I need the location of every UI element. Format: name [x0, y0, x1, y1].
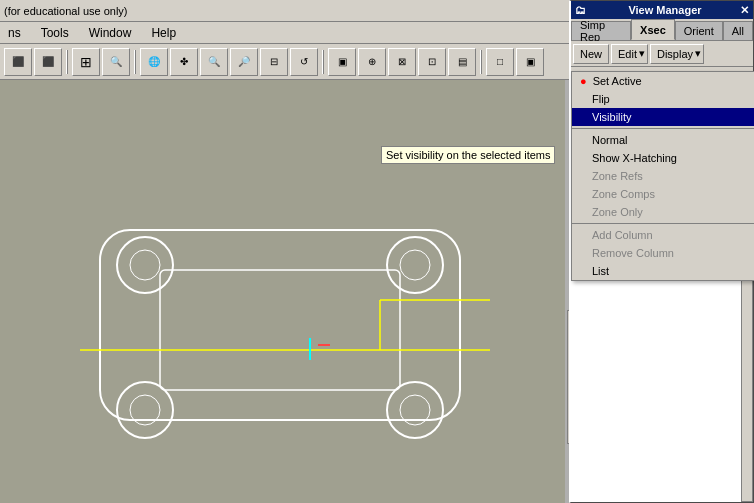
dropdown-item-zone-refs[interactable]: Zone Refs	[572, 167, 754, 185]
dropdown-menu: ● Set Active Flip Visibility Normal Show…	[571, 71, 754, 281]
toolbar-btn-6[interactable]: ✤	[170, 48, 198, 76]
toolbar-separator-4	[480, 50, 482, 74]
dropdown-separator-2	[572, 223, 754, 224]
tab-orient[interactable]: Orient	[675, 21, 723, 40]
edit-arrow: ▾	[639, 47, 645, 60]
display-arrow: ▾	[695, 47, 701, 60]
new-button[interactable]: New	[573, 44, 609, 64]
remove-column-label: Remove Column	[592, 247, 674, 259]
tab-xsec[interactable]: Xsec	[631, 19, 675, 40]
toolbar-btn-17[interactable]: ▣	[516, 48, 544, 76]
toolbar-btn-5[interactable]: 🌐	[140, 48, 168, 76]
add-column-label: Add Column	[592, 229, 653, 241]
tab-bar: Simp Rep Xsec Orient All	[571, 19, 753, 41]
view-manager-title-text: View Manager	[628, 4, 701, 16]
tab-all[interactable]: All	[723, 21, 753, 40]
toolbar-btn-3[interactable]: ⊞	[72, 48, 100, 76]
toolbar-separator-1	[66, 50, 68, 74]
edit-label: Edit	[618, 48, 637, 60]
dropdown-item-zone-comps[interactable]: Zone Comps	[572, 185, 754, 203]
dropdown-item-flip[interactable]: Flip	[572, 90, 754, 108]
display-button[interactable]: Display ▾	[650, 44, 704, 64]
toolbar-btn-12[interactable]: ⊕	[358, 48, 386, 76]
bullet-icon: ●	[580, 75, 587, 87]
toolbar-separator-3	[322, 50, 324, 74]
list-label: List	[592, 265, 609, 277]
app-title: (for educational use only)	[4, 5, 128, 17]
svg-rect-0	[0, 80, 565, 503]
dropdown-separator-1	[572, 128, 754, 129]
dropdown-item-show-xhatching[interactable]: Show X-Hatching	[572, 149, 754, 167]
dropdown-item-visibility[interactable]: Visibility	[572, 108, 754, 126]
toolbar-btn-11[interactable]: ▣	[328, 48, 356, 76]
zone-only-label: Zone Only	[592, 206, 643, 218]
menu-item-ns[interactable]: ns	[4, 24, 25, 42]
toolbar-btn-1[interactable]: ⬛	[4, 48, 32, 76]
cad-drawing	[0, 80, 565, 503]
visibility-label: Visibility	[592, 111, 632, 123]
show-xhatching-label: Show X-Hatching	[592, 152, 677, 164]
normal-label: Normal	[592, 134, 627, 146]
flip-label: Flip	[592, 93, 610, 105]
display-label: Display	[657, 48, 693, 60]
zone-comps-label: Zone Comps	[592, 188, 655, 200]
dropdown-item-remove-column[interactable]: Remove Column	[572, 244, 754, 262]
toolbar-separator-2	[134, 50, 136, 74]
toolbar-btn-8[interactable]: 🔎	[230, 48, 258, 76]
menu-item-window[interactable]: Window	[85, 24, 136, 42]
tab-simp-rep[interactable]: Simp Rep	[571, 21, 631, 40]
dropdown-item-list[interactable]: List	[572, 262, 754, 280]
toolbar-btn-4[interactable]: 🔍	[102, 48, 130, 76]
menu-item-tools[interactable]: Tools	[37, 24, 73, 42]
toolbar-btn-13[interactable]: ⊠	[388, 48, 416, 76]
dropdown-item-normal[interactable]: Normal	[572, 131, 754, 149]
toolbar-btn-9[interactable]: ⊟	[260, 48, 288, 76]
vm-toolbar: New Edit ▾ Display ▾	[571, 41, 753, 67]
zone-refs-label: Zone Refs	[592, 170, 643, 182]
toolbar-btn-16[interactable]: □	[486, 48, 514, 76]
toolbar-btn-14[interactable]: ⊡	[418, 48, 446, 76]
tooltip: Set visibility on the selected items	[381, 146, 555, 164]
view-manager-close-btn[interactable]: ✕	[740, 4, 749, 17]
toolbar-btn-15[interactable]: ▤	[448, 48, 476, 76]
toolbar-btn-10[interactable]: ↺	[290, 48, 318, 76]
set-active-label: Set Active	[593, 75, 642, 87]
toolbar-btn-7[interactable]: 🔍	[200, 48, 228, 76]
tooltip-text: Set visibility on the selected items	[386, 149, 550, 161]
canvas-area[interactable]	[0, 80, 565, 503]
dropdown-item-add-column[interactable]: Add Column	[572, 226, 754, 244]
view-manager-icon: 🗂	[575, 4, 586, 16]
toolbar-btn-2[interactable]: ⬛	[34, 48, 62, 76]
view-manager-panel: 🗂 View Manager ✕ Simp Rep Xsec Orient Al…	[569, 0, 754, 503]
dropdown-item-set-active[interactable]: ● Set Active	[572, 72, 754, 90]
edit-button[interactable]: Edit ▾	[611, 44, 648, 64]
menu-item-help[interactable]: Help	[147, 24, 180, 42]
view-manager-title-bar: 🗂 View Manager ✕	[571, 1, 753, 19]
dropdown-item-zone-only[interactable]: Zone Only	[572, 203, 754, 221]
